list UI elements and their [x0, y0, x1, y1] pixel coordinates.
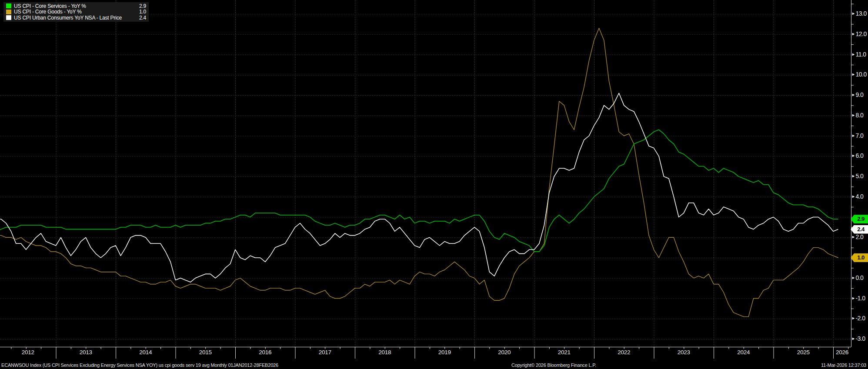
y-axis-label: ►2.0: [851, 233, 863, 241]
legend-value: 2.9: [139, 3, 146, 9]
y-axis-label: ►11.0: [851, 51, 866, 58]
footer-copyright: Copyright© 2026 Bloomberg Finance L.P.: [511, 362, 596, 368]
tick-arrow-icon: ►: [851, 194, 855, 199]
tick-arrow-icon: ►: [851, 153, 855, 158]
series-line-core-services: [0, 130, 838, 252]
legend-item-cpi-urban[interactable]: US CPI Urban Consumers YoY NSA - Last Pr…: [3, 15, 149, 21]
footer-index-description: ECANWSOU Index (US CPI Services Excludin…: [1, 362, 278, 368]
legend-value: 1.0: [139, 9, 146, 15]
legend-panel: US CPI - Core Services - YoY % 2.9 US CP…: [3, 2, 149, 22]
tick-arrow-icon: ►: [851, 235, 855, 239]
footer-timestamp: 11-Mar-2026 12:37:03: [821, 362, 866, 368]
y-axis-label: ►4.0: [851, 193, 863, 200]
y-axis-label: ►10.0: [851, 71, 867, 78]
y-axis-label: ►-3.0: [851, 335, 865, 342]
tick-arrow-icon: ►: [851, 316, 855, 320]
legend-item-core-services[interactable]: US CPI - Core Services - YoY % 2.9: [3, 3, 149, 9]
legend-value: 2.4: [139, 15, 146, 21]
last-price-badge-core-goods: 1.0: [851, 253, 868, 262]
tick-arrow-icon: ►: [851, 336, 855, 341]
tick-arrow-icon: ►: [851, 276, 855, 280]
x-axis-year-label: 2012: [22, 349, 34, 356]
x-axis-year-label: 2013: [80, 349, 92, 356]
y-axis-label: ►6.0: [851, 152, 863, 160]
x-axis-year-label: 2023: [678, 349, 690, 356]
y-axis-label: ►-2.0: [851, 315, 865, 322]
y-axis-label: ►13.0: [851, 10, 867, 17]
tick-arrow-icon: ►: [851, 11, 855, 16]
tick-arrow-icon: ►: [851, 32, 855, 36]
x-axis-year-label: 2021: [558, 349, 571, 356]
y-axis-label: ►-1.0: [851, 295, 865, 302]
series-line-core-goods: [0, 28, 838, 317]
tick-arrow-icon: ►: [851, 133, 855, 138]
tick-arrow-icon: ►: [851, 72, 855, 76]
tick-arrow-icon: ►: [851, 174, 855, 178]
x-axis-year-label: 2017: [319, 349, 331, 356]
y-axis-label: ►12.0: [851, 30, 867, 38]
tick-arrow-icon: ►: [851, 93, 855, 97]
tick-arrow-icon: ►: [851, 52, 855, 57]
y-axis-label: ►5.0: [851, 173, 863, 180]
last-price-badge-cpi-urban: 2.4: [851, 225, 868, 234]
x-axis-year-label: 2014: [139, 349, 152, 356]
cpi-urban-swatch-icon: [6, 15, 11, 20]
chart-plot-area[interactable]: [0, 0, 868, 369]
footer-bar: ECANWSOU Index (US CPI Services Excludin…: [0, 362, 868, 369]
tick-arrow-icon: ►: [851, 113, 855, 117]
tick-arrow-icon: ►: [851, 296, 855, 300]
x-axis-year-label: 2025: [797, 349, 810, 356]
bloomberg-chart-window: US CPI - Core Services - YoY % 2.9 US CP…: [0, 0, 868, 369]
legend-label: US CPI - Core Services - YoY %: [14, 3, 86, 9]
x-axis-year-label: 2022: [618, 349, 630, 356]
legend-item-core-goods[interactable]: US CPI - Core Goods - YoY % 1.0: [3, 9, 149, 15]
y-axis-label: ►0.0: [851, 274, 863, 282]
x-axis-year-label: 2018: [378, 349, 391, 356]
y-axis-label: ►7.0: [851, 132, 863, 140]
y-axis-label: ►9.0: [851, 91, 863, 99]
core-services-swatch-icon: [6, 3, 11, 8]
series-line-cpi-urban: [0, 93, 838, 282]
legend-label: US CPI Urban Consumers YoY NSA - Last Pr…: [14, 15, 122, 21]
legend-label: US CPI - Core Goods - YoY %: [14, 9, 82, 15]
core-goods-swatch-icon: [6, 10, 11, 14]
x-axis-year-label: 2020: [498, 349, 511, 356]
x-axis-year-label: 2016: [259, 349, 271, 356]
x-axis-year-label: 2019: [438, 349, 451, 356]
y-axis-label: ►8.0: [851, 112, 863, 119]
x-axis-year-label: 2015: [199, 349, 212, 356]
last-price-badge-core-services: 2.9: [851, 215, 868, 223]
x-axis-year-label: 2024: [737, 349, 750, 356]
x-axis-year-label: 2026: [836, 349, 848, 356]
